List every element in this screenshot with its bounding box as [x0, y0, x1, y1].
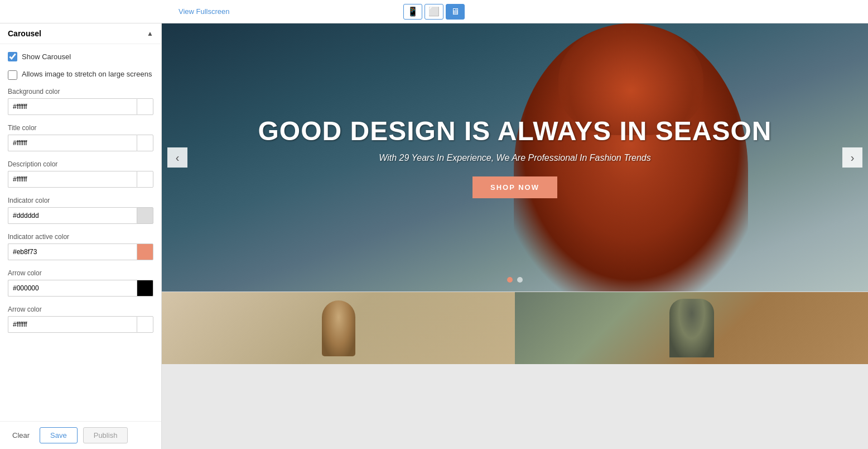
arrow-color-1-label: Arrow color	[8, 269, 153, 277]
carousel-title: GOOD DESIGN IS ALWAYS IN SEASON	[258, 117, 772, 146]
sidebar-footer: Clear Save Publish	[0, 421, 161, 449]
bg-color-swatch[interactable]	[137, 98, 153, 115]
carousel-subtitle: With 29 Years In Experience, We Are Prof…	[258, 153, 772, 163]
device-icons: 📱 ⬜ 🖥	[403, 4, 465, 20]
show-carousel-checkbox[interactable]	[8, 52, 17, 61]
product-person-1	[322, 300, 355, 356]
arrow-color-2-field	[8, 316, 153, 333]
indicator-2[interactable]	[517, 277, 523, 283]
title-color-field	[8, 135, 153, 151]
next-arrow-icon: ›	[851, 151, 855, 164]
indicator-active-color-label: Indicator active color	[8, 233, 153, 241]
indicator-1[interactable]	[507, 277, 513, 283]
desc-color-swatch[interactable]	[137, 171, 153, 188]
product-item-1	[162, 292, 515, 364]
carousel-prev-arrow[interactable]: ‹	[167, 147, 187, 168]
product-item-2	[515, 292, 868, 364]
carousel-hero: GOOD DESIGN IS ALWAYS IN SEASON With 29 …	[162, 23, 868, 292]
collapse-icon[interactable]: ▲	[147, 30, 153, 37]
arrow-color-1-swatch[interactable]	[137, 280, 153, 297]
desktop-device-btn[interactable]: 🖥	[446, 4, 465, 20]
main-layout: Carousel ▲ Show Carousel Allows image to…	[0, 23, 868, 449]
carousel-indicators	[507, 277, 523, 283]
arrow-color-2-input[interactable]	[8, 316, 137, 333]
view-fullscreen-link[interactable]: View Fullscreen	[179, 7, 230, 16]
stretch-image-label: Allows image to stretch on large screens	[22, 69, 152, 79]
arrow-color-1-field	[8, 280, 153, 297]
indicator-color-label: Indicator color	[8, 197, 153, 204]
prev-arrow-icon: ‹	[176, 151, 180, 164]
tablet-icon: ⬜	[428, 6, 440, 17]
indicator-color-field	[8, 207, 153, 224]
mobile-icon: 📱	[407, 6, 418, 17]
arrow-color-2-label: Arrow color	[8, 305, 153, 313]
sidebar-content: Show Carousel Allows image to stretch on…	[0, 44, 161, 421]
desktop-icon: 🖥	[451, 7, 460, 17]
arrow-color-1-input[interactable]	[8, 280, 137, 297]
desc-color-input[interactable]	[8, 171, 137, 188]
save-button[interactable]: Save	[40, 427, 78, 443]
top-bar: View Fullscreen 📱 ⬜ 🖥	[0, 0, 868, 23]
sidebar-title: Carousel	[8, 29, 41, 38]
publish-button[interactable]: Publish	[83, 427, 128, 443]
indicator-active-color-swatch[interactable]	[137, 243, 153, 260]
bg-color-label: Background color	[8, 88, 153, 95]
show-carousel-row: Show Carousel	[8, 52, 153, 61]
indicator-active-color-input[interactable]	[8, 243, 137, 260]
indicator-color-swatch[interactable]	[137, 207, 153, 224]
desc-color-field	[8, 171, 153, 188]
arrow-color-2-swatch[interactable]	[137, 316, 153, 333]
preview-area: GOOD DESIGN IS ALWAYS IN SEASON With 29 …	[162, 23, 868, 449]
bg-color-input[interactable]	[8, 98, 137, 115]
indicator-color-input[interactable]	[8, 207, 137, 224]
sidebar-header: Carousel ▲	[0, 23, 161, 44]
sidebar: Carousel ▲ Show Carousel Allows image to…	[0, 23, 162, 449]
shop-now-button[interactable]: SHOP NOW	[472, 176, 557, 198]
product-strip	[162, 292, 868, 364]
title-color-swatch[interactable]	[137, 135, 153, 151]
indicator-active-color-field	[8, 243, 153, 260]
product-person-2	[669, 299, 714, 357]
carousel-next-arrow[interactable]: ›	[842, 147, 862, 168]
desc-color-label: Description color	[8, 160, 153, 168]
show-carousel-label: Show Carousel	[22, 52, 71, 61]
color-fields: Background color Title color Description…	[8, 88, 153, 333]
stretch-image-checkbox[interactable]	[8, 70, 17, 80]
stretch-image-row: Allows image to stretch on large screens	[8, 69, 153, 80]
title-color-input[interactable]	[8, 135, 137, 151]
mobile-device-btn[interactable]: 📱	[403, 4, 422, 20]
clear-button[interactable]: Clear	[8, 428, 34, 443]
bg-color-field	[8, 98, 153, 115]
tablet-device-btn[interactable]: ⬜	[425, 4, 443, 20]
title-color-label: Title color	[8, 124, 153, 132]
carousel-content: GOOD DESIGN IS ALWAYS IN SEASON With 29 …	[247, 106, 783, 209]
